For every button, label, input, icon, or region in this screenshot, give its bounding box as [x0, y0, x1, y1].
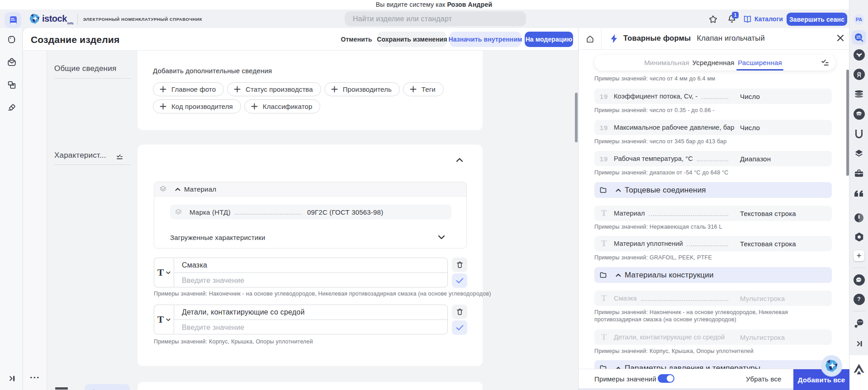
sidebar-item-inbox[interactable]: [6, 57, 17, 68]
material-group: Материал Марка (НТД) 09Г2С (ГОСТ 30563-9…: [154, 182, 467, 249]
type-text-icon: Т: [157, 267, 164, 278]
add-manufacturer-chip[interactable]: Производитель: [324, 82, 400, 96]
section-header[interactable]: Материалы конструкции: [594, 267, 832, 283]
sidebar-item-products[interactable]: [6, 80, 17, 90]
cancel-button[interactable]: Отменить: [337, 32, 376, 47]
icon-glyph: [854, 89, 864, 99]
delete-field-button[interactable]: [452, 258, 467, 272]
add-tags-chip[interactable]: Теги: [403, 82, 444, 96]
extension-briefcase-button[interactable]: [853, 168, 865, 179]
extension-add-button[interactable]: +: [853, 250, 865, 262]
close-panel-button[interactable]: [836, 33, 845, 42]
rail-more-button[interactable]: ...: [30, 370, 40, 381]
field-value-input[interactable]: Введите значение: [174, 273, 447, 288]
sidebar-item-cleanup[interactable]: [6, 101, 17, 112]
extension-collapse-button[interactable]: [853, 338, 865, 349]
extension-bubbles-button[interactable]: [853, 318, 865, 329]
close-icon: [837, 34, 844, 42]
remove-all-button[interactable]: Убрать все: [746, 375, 782, 383]
panel-scrollbar[interactable]: [846, 70, 849, 176]
characteristic-row[interactable]: 19 Рабочая температура, °С Диапазон: [594, 151, 832, 166]
add-all-button[interactable]: Добавить все: [793, 369, 849, 390]
chevron-up-icon: [456, 158, 463, 162]
material-group-header[interactable]: Материал: [154, 182, 466, 197]
end-session-button[interactable]: Завершить сеанс: [787, 13, 847, 26]
chevron-down-icon: [166, 318, 171, 321]
browser-logo-button[interactable]: [853, 363, 865, 375]
icon-glyph: [856, 277, 862, 283]
bag-icon: [7, 57, 17, 67]
row-label: Материал: [614, 210, 645, 217]
plus-icon: +: [91, 388, 95, 390]
add-classifier-chip[interactable]: Классификатор: [244, 99, 321, 113]
field-type-selector[interactable]: Т: [154, 258, 174, 287]
tab-extended[interactable]: Расширенная: [738, 55, 782, 70]
product-forms-panel: Товарные формыКлапан игольчатый Минималь…: [578, 28, 849, 390]
profile-avatar[interactable]: РА: [854, 14, 864, 25]
send-to-moderation-button[interactable]: На модерацию: [525, 32, 573, 47]
extension-bowtie-button[interactable]: [853, 49, 865, 61]
tab-settings-button[interactable]: [821, 58, 830, 67]
field-type-selector[interactable]: Т: [154, 305, 174, 334]
characteristic-row[interactable]: T Материал уплотнений Текстовая строка: [594, 236, 832, 251]
extension-quotes-button[interactable]: [853, 188, 865, 199]
add-section-button[interactable]: +: [85, 384, 130, 390]
dotted-leader: [649, 215, 728, 216]
characteristic-row[interactable]: 19 Максимальное рабочее давление, бар Чи…: [594, 120, 832, 135]
save-changes-button[interactable]: Сохранить изменения: [378, 32, 446, 47]
tab-average[interactable]: Усредненная: [693, 55, 735, 70]
field-name-input[interactable]: Смазка: [174, 258, 447, 273]
examples-toggle[interactable]: [658, 374, 674, 383]
assign-internal-button[interactable]: Назначить внутренним: [450, 32, 521, 47]
row-hint: Примеры значений: число от 345 бар до 41…: [594, 138, 833, 145]
catalogs-button[interactable]: Каталоги: [743, 13, 783, 25]
notifications-badge: 1: [732, 12, 739, 19]
characteristic-field-block: Т Смазка Введите значение: [154, 258, 450, 287]
brand[interactable]: istock info ЭЛЕКТРОННЫЙ НОМЕНКЛАТУРНЫЙ С…: [29, 9, 202, 28]
search-input[interactable]: Найти изделие или стандарт: [345, 11, 526, 26]
sidebar-item-catalog-active[interactable]: [5, 12, 21, 28]
tab-minimal[interactable]: Минимальная: [644, 55, 689, 70]
main-scrollbar[interactable]: [575, 93, 578, 142]
field-name-input[interactable]: Детали, контактирующие со средой: [174, 305, 447, 320]
add-production-status-chip[interactable]: Статус производства: [227, 82, 321, 96]
dotted-leader: [687, 245, 728, 246]
characteristic-row-disabled[interactable]: T Смазка Мультистрока: [594, 291, 832, 306]
grade-row[interactable]: Марка (НТД) 09Г2С (ГОСТ 30563-98): [170, 205, 451, 219]
sidebar-item-boards[interactable]: [6, 34, 17, 45]
extension-lines-button[interactable]: [853, 88, 865, 100]
confirm-field-button[interactable]: [452, 320, 467, 335]
loaded-characteristics-row[interactable]: Загруженные характеристики: [170, 232, 451, 242]
characteristic-row-disabled[interactable]: T Детали, контактирующие со средой Мульт…: [594, 329, 832, 345]
field-value-input[interactable]: Введите значение: [174, 320, 447, 335]
extension-active-button[interactable]: [852, 30, 866, 45]
number-type-icon: 19: [598, 155, 609, 163]
section-title: Материалы конструкции: [625, 271, 714, 280]
section-header[interactable]: Торцевые соединения: [594, 182, 832, 198]
chevron-up-icon[interactable]: [175, 188, 180, 191]
extension-help-button[interactable]: ?: [853, 293, 865, 305]
delete-field-button[interactable]: [452, 305, 467, 319]
add-manufacturer-code-chip[interactable]: Код производителя: [153, 99, 241, 113]
collapse-card-button[interactable]: [454, 156, 465, 164]
toggle-knob: [667, 375, 674, 382]
extension-magnet-button[interactable]: [853, 128, 865, 140]
characteristic-row[interactable]: T Материал Текстовая строка: [594, 206, 832, 221]
check-icon: [456, 324, 464, 331]
home-button[interactable]: [583, 33, 597, 45]
characteristic-row[interactable]: 19 Коэффициент потока, Cv, - Число: [594, 89, 832, 104]
chevron-down-icon: [166, 271, 171, 274]
extension-power-button[interactable]: [853, 212, 865, 224]
extension-cap-button[interactable]: [853, 108, 865, 120]
confirm-field-button[interactable]: [452, 273, 467, 288]
extension-chat-button[interactable]: [853, 274, 865, 286]
extension-camera-button[interactable]: [853, 231, 865, 243]
favorites-button[interactable]: [707, 13, 719, 25]
add-main-photo-chip[interactable]: Главное фото: [153, 82, 224, 96]
extension-badge-button[interactable]: [853, 68, 865, 80]
sidebar-collapse-button[interactable]: [6, 373, 17, 384]
icon-glyph: [599, 186, 607, 194]
assistant-fab[interactable]: [821, 355, 842, 376]
extension-layers-button[interactable]: [853, 148, 865, 160]
characteristics-settings-icon[interactable]: [116, 153, 123, 161]
